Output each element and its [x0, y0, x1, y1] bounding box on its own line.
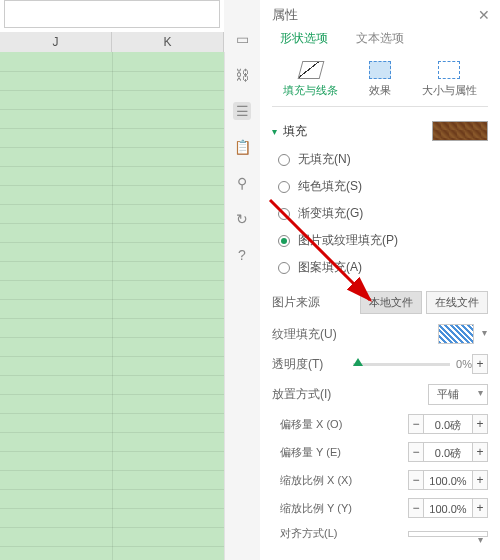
- offset-y-stepper[interactable]: −0.0磅+: [408, 442, 488, 462]
- sub-tabs: 填充与线条 效果 大小与属性: [260, 55, 500, 102]
- scale-x-stepper[interactable]: −100.0%+: [408, 470, 488, 490]
- subtab-size[interactable]: 大小与属性: [422, 61, 477, 98]
- radio-picture-fill[interactable]: 图片或纹理填充(P): [278, 232, 488, 249]
- picture-source-row: 图片来源 本地文件 在线文件: [272, 286, 488, 319]
- fill-section: ▾ 填充 无填充(N) 纯色填充(S) 渐变填充(G) 图片或纹理填充(P) 图…: [260, 111, 500, 555]
- fill-line-icon: [297, 61, 324, 79]
- link-icon[interactable]: ⛓: [233, 66, 251, 84]
- scale-x-label: 缩放比例 X (X): [272, 473, 352, 488]
- align-dropdown[interactable]: [408, 531, 488, 537]
- tab-shape-options[interactable]: 形状选项: [280, 30, 328, 47]
- panel-header: 属性 ✕: [260, 0, 500, 26]
- subtab-fill[interactable]: 填充与线条: [283, 61, 338, 98]
- main-tabs: 形状选项 文本选项: [260, 26, 500, 55]
- help-icon[interactable]: ?: [233, 246, 251, 264]
- panel-title: 属性: [272, 6, 298, 24]
- opacity-row: 透明度(T) 0% +: [272, 349, 488, 379]
- fill-type-radios: 无填充(N) 纯色填充(S) 渐变填充(G) 图片或纹理填充(P) 图案填充(A…: [272, 151, 488, 276]
- tile-dropdown[interactable]: 平铺: [428, 384, 488, 405]
- formula-bar[interactable]: [4, 0, 220, 28]
- fill-swatch[interactable]: [432, 121, 488, 141]
- source-label: 图片来源: [272, 294, 320, 311]
- radio-gradient-fill[interactable]: 渐变填充(G): [278, 205, 488, 222]
- local-file-button[interactable]: 本地文件: [360, 291, 422, 314]
- opacity-label: 透明度(T): [272, 356, 323, 373]
- opacity-slider[interactable]: [353, 363, 450, 366]
- texture-label: 纹理填充(U): [272, 326, 337, 343]
- search-icon[interactable]: ⚲: [233, 174, 251, 192]
- column-headers: J K: [0, 32, 224, 52]
- col-header-k[interactable]: K: [112, 32, 224, 52]
- spreadsheet-area: J K: [0, 0, 224, 560]
- side-toolbar: ▭ ⛓ ☰ 📋 ⚲ ↻ ?: [224, 0, 260, 560]
- refresh-icon[interactable]: ↻: [233, 210, 251, 228]
- opacity-stepper[interactable]: 0% +: [456, 354, 488, 374]
- texture-picker[interactable]: [438, 324, 474, 344]
- radio-pattern-fill[interactable]: 图案填充(A): [278, 259, 488, 276]
- clipboard-icon[interactable]: 📋: [233, 138, 251, 156]
- offset-x-stepper[interactable]: −0.0磅+: [408, 414, 488, 434]
- tab-text-options[interactable]: 文本选项: [356, 30, 404, 47]
- effect-icon: [369, 61, 391, 79]
- close-icon[interactable]: ✕: [478, 7, 490, 23]
- scale-y-label: 缩放比例 Y (Y): [272, 501, 352, 516]
- offset-x-label: 偏移量 X (O): [272, 417, 342, 432]
- align-label: 对齐方式(L): [272, 526, 337, 541]
- grid-cells[interactable]: [0, 52, 224, 560]
- size-icon: [438, 61, 460, 79]
- subtab-effect[interactable]: 效果: [369, 61, 391, 98]
- scale-y-stepper[interactable]: −100.0%+: [408, 498, 488, 518]
- fill-title: 填充: [283, 123, 307, 140]
- radio-no-fill[interactable]: 无填充(N): [278, 151, 488, 168]
- settings-icon[interactable]: ☰: [233, 102, 251, 120]
- tile-label: 放置方式(I): [272, 386, 331, 403]
- cursor-icon[interactable]: ▭: [233, 30, 251, 48]
- offset-y-label: 偏移量 Y (E): [272, 445, 341, 460]
- fill-section-header[interactable]: ▾ 填充: [272, 121, 488, 141]
- tile-mode-row: 放置方式(I) 平铺: [272, 379, 488, 410]
- online-file-button[interactable]: 在线文件: [426, 291, 488, 314]
- radio-solid-fill[interactable]: 纯色填充(S): [278, 178, 488, 195]
- texture-row: 纹理填充(U): [272, 319, 488, 349]
- collapse-icon: ▾: [272, 126, 277, 137]
- opacity-plus[interactable]: +: [472, 354, 488, 374]
- col-header-j[interactable]: J: [0, 32, 112, 52]
- properties-panel: 属性 ✕ 形状选项 文本选项 填充与线条 效果 大小与属性 ▾ 填充 无填充: [260, 0, 500, 560]
